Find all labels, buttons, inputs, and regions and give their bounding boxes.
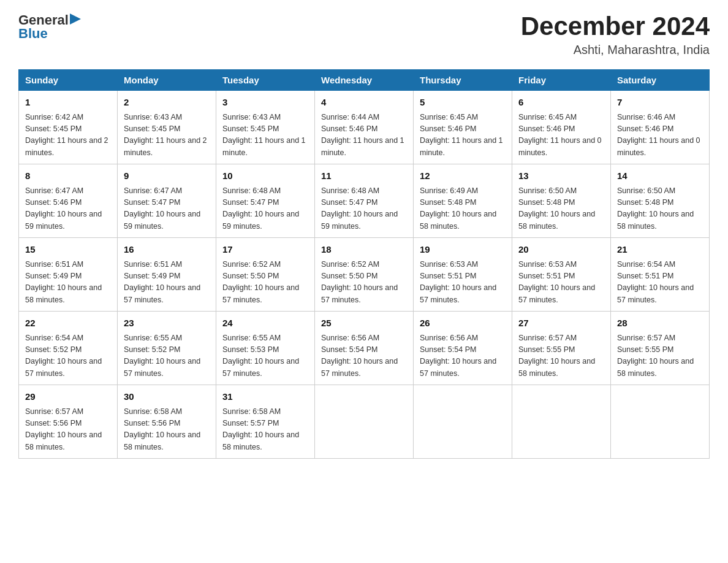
calendar-cell (414, 385, 512, 459)
day-number: 12 (420, 169, 506, 183)
day-number: 24 (222, 316, 308, 331)
day-number: 2 (124, 96, 210, 110)
header-wednesday: Wednesday (315, 70, 414, 91)
day-number: 28 (617, 316, 703, 331)
day-info: Sunrise: 6:56 AMSunset: 5:54 PMDaylight:… (420, 332, 506, 380)
day-info: Sunrise: 6:56 AMSunset: 5:54 PMDaylight:… (321, 332, 407, 380)
calendar-week-row: 29Sunrise: 6:57 AMSunset: 5:56 PMDayligh… (19, 385, 710, 459)
day-number: 27 (518, 316, 604, 331)
day-info: Sunrise: 6:48 AMSunset: 5:47 PMDaylight:… (222, 185, 308, 233)
day-info: Sunrise: 6:44 AMSunset: 5:46 PMDaylight:… (321, 112, 407, 159)
day-info: Sunrise: 6:52 AMSunset: 5:50 PMDaylight:… (321, 259, 407, 307)
calendar-cell: 5Sunrise: 6:45 AMSunset: 5:46 PMDaylight… (414, 91, 512, 164)
calendar-cell: 19Sunrise: 6:53 AMSunset: 5:51 PMDayligh… (414, 238, 512, 312)
calendar-cell: 25Sunrise: 6:56 AMSunset: 5:54 PMDayligh… (315, 312, 414, 385)
day-number: 9 (124, 169, 210, 183)
calendar-cell: 17Sunrise: 6:52 AMSunset: 5:50 PMDayligh… (216, 238, 315, 312)
logo-blue: Blue (18, 26, 48, 42)
day-info: Sunrise: 6:43 AMSunset: 5:45 PMDaylight:… (222, 112, 308, 159)
calendar-cell: 1Sunrise: 6:42 AMSunset: 5:45 PMDaylight… (19, 91, 118, 164)
calendar-cell (611, 385, 710, 459)
day-number: 18 (321, 243, 407, 257)
day-info: Sunrise: 6:45 AMSunset: 5:46 PMDaylight:… (518, 112, 604, 159)
day-info: Sunrise: 6:52 AMSunset: 5:50 PMDaylight:… (222, 259, 308, 307)
day-info: Sunrise: 6:54 AMSunset: 5:51 PMDaylight:… (617, 259, 703, 307)
header-sunday: Sunday (19, 70, 118, 91)
day-number: 29 (25, 390, 111, 404)
calendar-title: December 2024 (521, 12, 710, 40)
calendar-cell: 28Sunrise: 6:57 AMSunset: 5:55 PMDayligh… (611, 312, 710, 385)
calendar-week-row: 22Sunrise: 6:54 AMSunset: 5:52 PMDayligh… (19, 312, 710, 385)
calendar-cell: 30Sunrise: 6:58 AMSunset: 5:56 PMDayligh… (118, 385, 216, 459)
calendar-cell: 27Sunrise: 6:57 AMSunset: 5:55 PMDayligh… (512, 312, 611, 385)
calendar-week-row: 15Sunrise: 6:51 AMSunset: 5:49 PMDayligh… (19, 238, 710, 312)
day-number: 3 (222, 96, 308, 110)
calendar-cell: 11Sunrise: 6:48 AMSunset: 5:47 PMDayligh… (315, 164, 414, 238)
calendar-cell: 2Sunrise: 6:43 AMSunset: 5:45 PMDaylight… (118, 91, 216, 164)
day-number: 15 (25, 243, 111, 257)
day-number: 1 (25, 96, 111, 110)
header-thursday: Thursday (414, 70, 512, 91)
day-info: Sunrise: 6:54 AMSunset: 5:52 PMDaylight:… (25, 332, 111, 380)
calendar-cell: 26Sunrise: 6:56 AMSunset: 5:54 PMDayligh… (414, 312, 512, 385)
day-info: Sunrise: 6:42 AMSunset: 5:45 PMDaylight:… (25, 112, 111, 159)
day-info: Sunrise: 6:50 AMSunset: 5:48 PMDaylight:… (617, 185, 703, 233)
day-number: 8 (25, 169, 111, 183)
calendar-cell: 6Sunrise: 6:45 AMSunset: 5:46 PMDaylight… (512, 91, 611, 164)
day-number: 21 (617, 243, 703, 257)
calendar-cell: 15Sunrise: 6:51 AMSunset: 5:49 PMDayligh… (19, 238, 118, 312)
calendar-cell: 3Sunrise: 6:43 AMSunset: 5:45 PMDaylight… (216, 91, 315, 164)
header-friday: Friday (512, 70, 611, 91)
day-info: Sunrise: 6:48 AMSunset: 5:47 PMDaylight:… (321, 185, 407, 233)
calendar-cell: 14Sunrise: 6:50 AMSunset: 5:48 PMDayligh… (611, 164, 710, 238)
day-number: 23 (124, 316, 210, 331)
day-info: Sunrise: 6:47 AMSunset: 5:46 PMDaylight:… (25, 185, 111, 233)
day-info: Sunrise: 6:57 AMSunset: 5:55 PMDaylight:… (617, 332, 703, 380)
day-info: Sunrise: 6:57 AMSunset: 5:56 PMDaylight:… (25, 406, 111, 454)
calendar-week-row: 8Sunrise: 6:47 AMSunset: 5:46 PMDaylight… (19, 164, 710, 238)
day-info: Sunrise: 6:57 AMSunset: 5:55 PMDaylight:… (518, 332, 604, 380)
day-info: Sunrise: 6:46 AMSunset: 5:46 PMDaylight:… (617, 112, 703, 159)
day-info: Sunrise: 6:51 AMSunset: 5:49 PMDaylight:… (124, 259, 210, 307)
day-number: 16 (124, 243, 210, 257)
day-info: Sunrise: 6:53 AMSunset: 5:51 PMDaylight:… (518, 259, 604, 307)
calendar-table: Sunday Monday Tuesday Wednesday Thursday… (18, 69, 710, 459)
calendar-cell: 22Sunrise: 6:54 AMSunset: 5:52 PMDayligh… (19, 312, 118, 385)
day-number: 7 (617, 96, 703, 110)
day-number: 14 (617, 169, 703, 183)
calendar-cell: 16Sunrise: 6:51 AMSunset: 5:49 PMDayligh… (118, 238, 216, 312)
day-info: Sunrise: 6:50 AMSunset: 5:48 PMDaylight:… (518, 185, 604, 233)
day-info: Sunrise: 6:43 AMSunset: 5:45 PMDaylight:… (124, 112, 210, 159)
weekday-header-row: Sunday Monday Tuesday Wednesday Thursday… (19, 70, 710, 91)
day-number: 19 (420, 243, 506, 257)
calendar-cell: 18Sunrise: 6:52 AMSunset: 5:50 PMDayligh… (315, 238, 414, 312)
calendar-cell: 29Sunrise: 6:57 AMSunset: 5:56 PMDayligh… (19, 385, 118, 459)
calendar-cell (512, 385, 611, 459)
header-monday: Monday (118, 70, 216, 91)
day-info: Sunrise: 6:47 AMSunset: 5:47 PMDaylight:… (124, 185, 210, 233)
calendar-cell: 10Sunrise: 6:48 AMSunset: 5:47 PMDayligh… (216, 164, 315, 238)
day-number: 20 (518, 243, 604, 257)
title-area: December 2024 Ashti, Maharashtra, India (521, 12, 710, 57)
logo: General Blue (18, 12, 81, 42)
day-info: Sunrise: 6:45 AMSunset: 5:46 PMDaylight:… (420, 112, 506, 159)
day-number: 11 (321, 169, 407, 183)
day-number: 31 (222, 390, 308, 404)
day-number: 13 (518, 169, 604, 183)
calendar-cell: 20Sunrise: 6:53 AMSunset: 5:51 PMDayligh… (512, 238, 611, 312)
day-info: Sunrise: 6:55 AMSunset: 5:52 PMDaylight:… (124, 332, 210, 380)
day-info: Sunrise: 6:58 AMSunset: 5:57 PMDaylight:… (222, 406, 308, 454)
svg-marker-0 (70, 13, 81, 25)
calendar-cell: 7Sunrise: 6:46 AMSunset: 5:46 PMDaylight… (611, 91, 710, 164)
calendar-week-row: 1Sunrise: 6:42 AMSunset: 5:45 PMDaylight… (19, 91, 710, 164)
calendar-cell: 21Sunrise: 6:54 AMSunset: 5:51 PMDayligh… (611, 238, 710, 312)
calendar-cell: 13Sunrise: 6:50 AMSunset: 5:48 PMDayligh… (512, 164, 611, 238)
logo-arrow-icon (70, 13, 81, 25)
page-header: General Blue December 2024 Ashti, Mahara… (18, 12, 710, 57)
calendar-cell: 8Sunrise: 6:47 AMSunset: 5:46 PMDaylight… (19, 164, 118, 238)
calendar-cell: 9Sunrise: 6:47 AMSunset: 5:47 PMDaylight… (118, 164, 216, 238)
calendar-subtitle: Ashti, Maharashtra, India (521, 43, 710, 57)
day-number: 6 (518, 96, 604, 110)
day-number: 17 (222, 243, 308, 257)
day-number: 4 (321, 96, 407, 110)
